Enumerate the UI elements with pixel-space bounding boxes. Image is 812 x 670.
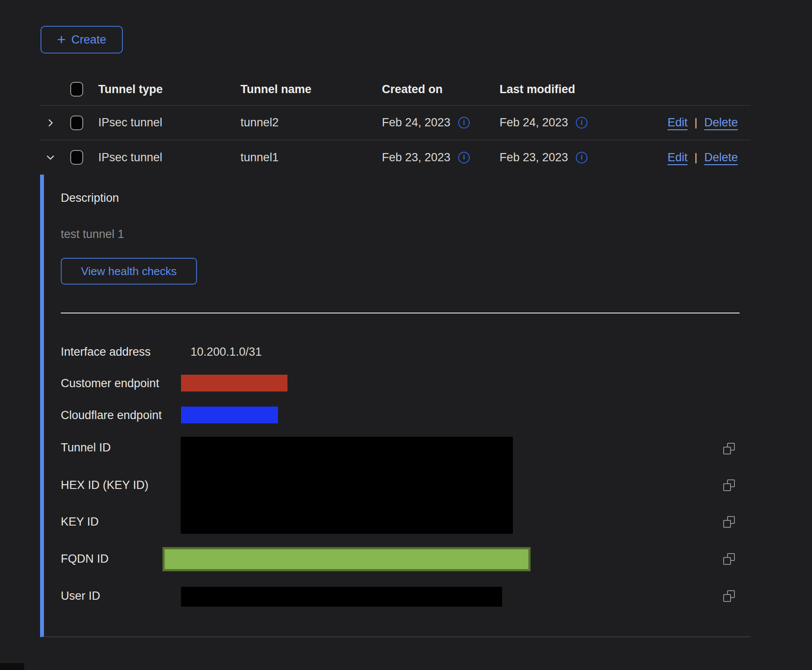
chevron-right-icon (45, 118, 56, 128)
description-label: Description (61, 191, 119, 205)
edit-link[interactable]: Edit (668, 151, 688, 164)
tunnel-name-cell: tunnel2 (240, 116, 382, 129)
edit-link[interactable]: Edit (668, 116, 688, 129)
table-row: IPsec tunnel tunnel2 Feb 24, 2023 i Feb … (40, 106, 751, 140)
plus-icon: + (57, 32, 66, 47)
tunnel-hex-key-id-redacted-values (181, 437, 513, 534)
customer-endpoint-label: Customer endpoint (61, 376, 159, 390)
create-button-label: Create (71, 33, 106, 47)
row-checkbox[interactable] (70, 116, 83, 130)
interface-address-value: 10.200.1.0/31 (191, 345, 262, 359)
copy-hex-id-button[interactable] (723, 479, 735, 491)
bottom-corner-bar (0, 663, 24, 670)
delete-link[interactable]: Delete (704, 116, 738, 129)
header-last-modified: Last modified (500, 83, 616, 96)
tunnel-type-cell: IPsec tunnel (98, 116, 240, 129)
tunnel-type-cell: IPsec tunnel (98, 151, 240, 164)
tunnels-page: + Create Tunnel type Tunnel name Created… (0, 0, 812, 670)
row-checkbox[interactable] (70, 150, 83, 165)
create-button[interactable]: + Create (41, 26, 123, 53)
expand-row-button[interactable] (40, 118, 70, 128)
info-icon[interactable]: i (576, 152, 587, 163)
row-actions: Edit | Delete (616, 151, 751, 164)
view-health-checks-button[interactable]: View health checks (61, 258, 197, 285)
last-modified-cell: Feb 23, 2023 i (500, 151, 616, 164)
last-modified-date: Feb 24, 2023 (500, 116, 568, 129)
link-separator: | (694, 151, 697, 164)
last-modified-cell: Feb 24, 2023 i (500, 116, 616, 129)
key-id-label: KEY ID (61, 515, 99, 529)
cloudflare-endpoint-redacted-value (181, 407, 278, 423)
user-id-label: User ID (61, 589, 100, 603)
last-modified-date: Feb 23, 2023 (500, 151, 568, 164)
section-divider (61, 313, 740, 313)
copy-user-id-button[interactable] (723, 590, 735, 602)
header-checkbox-cell (70, 82, 98, 97)
fqdn-id-label: FQDN ID (61, 552, 109, 566)
table-header: Tunnel type Tunnel name Created on Last … (40, 73, 751, 106)
row-actions: Edit | Delete (616, 116, 751, 129)
tunnel-name-cell: tunnel1 (240, 151, 382, 164)
hex-id-label: HEX ID (KEY ID) (61, 478, 149, 492)
row-checkbox-cell (70, 150, 98, 165)
customer-endpoint-redacted-value (181, 375, 287, 391)
header-tunnel-name: Tunnel name (240, 83, 382, 96)
description-value: test tunnel 1 (61, 227, 124, 241)
info-icon[interactable]: i (458, 117, 470, 128)
header-created-on: Created on (382, 83, 500, 96)
table-row: IPsec tunnel tunnel1 Feb 23, 2023 i Feb … (40, 140, 751, 175)
user-id-redacted-value (181, 587, 502, 607)
chevron-down-icon (45, 152, 56, 163)
created-on-date: Feb 23, 2023 (382, 151, 450, 164)
expanded-tunnel-panel: Description test tunnel 1 View health ch… (40, 175, 751, 637)
delete-link[interactable]: Delete (704, 151, 738, 164)
created-on-date: Feb 24, 2023 (382, 116, 450, 129)
copy-fqdn-id-button[interactable] (723, 553, 735, 565)
info-icon[interactable]: i (458, 152, 470, 163)
row-checkbox-cell (70, 116, 98, 130)
created-on-cell: Feb 23, 2023 i (382, 151, 500, 164)
info-icon[interactable]: i (576, 117, 587, 128)
cloudflare-endpoint-label: Cloudflare endpoint (61, 408, 162, 422)
tunnel-id-label: Tunnel ID (61, 441, 111, 454)
copy-key-id-button[interactable] (723, 516, 735, 528)
header-tunnel-type: Tunnel type (98, 83, 240, 96)
copy-tunnel-id-button[interactable] (723, 443, 735, 454)
select-all-checkbox[interactable] (70, 82, 83, 97)
created-on-cell: Feb 24, 2023 i (382, 116, 500, 129)
collapse-row-button[interactable] (40, 152, 70, 163)
fqdn-id-redacted-value (162, 547, 531, 571)
interface-address-label: Interface address (61, 345, 151, 359)
link-separator: | (694, 116, 697, 129)
